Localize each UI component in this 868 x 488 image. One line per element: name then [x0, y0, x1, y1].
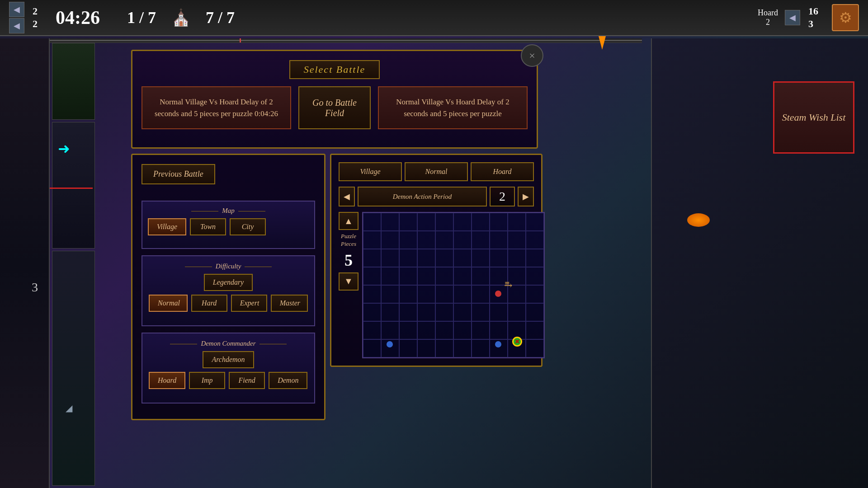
- commander-archdemon-button[interactable]: Archdemon: [203, 351, 254, 368]
- grid-cell: [526, 231, 544, 249]
- grid-cell: [526, 303, 544, 321]
- difficulty-normal-button[interactable]: Normal: [149, 295, 188, 312]
- difficulty-top-buttons: Legendary: [149, 274, 308, 291]
- grid-cell: [472, 285, 490, 303]
- dialog-title: Select Battle: [289, 60, 380, 79]
- cursor-icon: ⥱: [504, 280, 512, 291]
- grid-cell: [508, 213, 526, 231]
- timeline-marker-red: [240, 38, 241, 42]
- goto-battle-button[interactable]: Go to Battle Field: [298, 86, 371, 129]
- difficulty-master-button[interactable]: Master: [271, 295, 308, 312]
- grid-cell: [381, 285, 399, 303]
- grid-cell: [381, 231, 399, 249]
- grid-cell: [363, 285, 381, 303]
- unit-icon-bot-left: ◀: [9, 18, 24, 33]
- grid-cell: [399, 339, 417, 357]
- game-score: 1 / 7: [127, 8, 156, 27]
- unit-group-right: ◀ 16 3: [785, 5, 823, 30]
- commander-hoard-button[interactable]: Hoard: [149, 372, 185, 389]
- grid-cell: [381, 213, 399, 231]
- grid-cell: [417, 213, 435, 231]
- close-button[interactable]: ×: [521, 44, 543, 67]
- battle-config-panel: Village Normal Hoard ◀ Demon Action Peri…: [330, 154, 542, 367]
- grid-cell: [490, 231, 508, 249]
- grid-cell: [399, 303, 417, 321]
- battle-grid-container: ✕ ⥱: [362, 212, 545, 358]
- commander-imp-button[interactable]: Imp: [189, 372, 225, 389]
- grid-cell: [526, 267, 544, 285]
- map-label: Map: [148, 207, 309, 215]
- dialog-top-row: Normal Village Vs Hoard Delay of 2 secon…: [142, 86, 528, 129]
- grid-cell: [363, 267, 381, 285]
- difficulty-section: Difficulty Legendary Normal Hard Expert …: [142, 255, 315, 326]
- previous-battle-button[interactable]: Previous Battle: [142, 164, 215, 184]
- grid-cell: [453, 231, 472, 249]
- grid-dot-target: ✕: [512, 337, 522, 347]
- grid-cell: [526, 321, 544, 339]
- grid-cell: [435, 303, 453, 321]
- map-city-button[interactable]: City: [230, 218, 266, 235]
- grid-cell: [435, 321, 453, 339]
- grid-cell: [453, 321, 472, 339]
- commander-demon-button[interactable]: Demon: [269, 372, 307, 389]
- map-village-button[interactable]: Village: [148, 218, 186, 235]
- grid-cell: [508, 231, 526, 249]
- grid-cell: [435, 339, 453, 357]
- battle-grid: ✕ ⥱: [362, 212, 545, 358]
- puzzle-up-button[interactable]: ▲: [339, 212, 359, 230]
- grid-cell: [472, 249, 490, 267]
- castle-score: 7 / 7: [206, 8, 235, 27]
- demon-action-prev-button[interactable]: ◀: [339, 187, 355, 206]
- map-selection-panel: Previous Battle Map Village Town City Di…: [131, 154, 326, 420]
- grid-cell: [508, 249, 526, 267]
- steam-wishlist-button[interactable]: Steam Wish List: [773, 81, 854, 154]
- config-hoard-tab[interactable]: Hoard: [471, 162, 534, 181]
- grid-cell: [490, 249, 508, 267]
- puzzle-down-button[interactable]: ▼: [339, 272, 359, 291]
- map-town-button[interactable]: Town: [190, 218, 226, 235]
- difficulty-legendary-button[interactable]: Legendary: [204, 274, 253, 291]
- map-section: Map Village Town City: [142, 201, 315, 249]
- grid-cell: [472, 231, 490, 249]
- grid-cell: [399, 285, 417, 303]
- commander-top-buttons: Archdemon: [149, 351, 308, 368]
- puzzle-value: 5: [344, 251, 353, 270]
- config-village-tab[interactable]: Village: [339, 162, 402, 181]
- player-figure: ◢: [66, 403, 72, 413]
- grid-cell: [417, 249, 435, 267]
- config-normal-tab[interactable]: Normal: [405, 162, 468, 181]
- grid-cell: [399, 213, 417, 231]
- difficulty-hard-button[interactable]: Hard: [191, 295, 227, 312]
- grid-cell: [363, 303, 381, 321]
- grid-cell: [526, 249, 544, 267]
- unit-icon-top-left: ◀: [9, 2, 24, 17]
- game-timer: 04:26: [56, 7, 100, 28]
- grid-cell: [417, 231, 435, 249]
- grid-cell: [453, 213, 472, 231]
- demon-action-label: Demon Action Period: [358, 187, 487, 206]
- hud-bar: ◀ ◀ 2 2 04:26 1 / 7 ⛪ 7 / 7 Hoard 2 ◀ 16…: [0, 0, 868, 36]
- grid-cells: [363, 213, 544, 357]
- info-box-right: Normal Village Vs Hoard Delay of 2 secon…: [378, 86, 528, 129]
- grid-cell: [435, 213, 453, 231]
- difficulty-expert-button[interactable]: Expert: [231, 295, 267, 312]
- grid-cell: [363, 213, 381, 231]
- grid-cell: [472, 303, 490, 321]
- grid-cell: [453, 303, 472, 321]
- commander-section: Demon Commander Archdemon Hoard Imp Fien…: [142, 333, 315, 404]
- settings-button[interactable]: ⚙: [832, 4, 859, 31]
- grid-cell: [417, 267, 435, 285]
- commander-fiend-button[interactable]: Fiend: [229, 372, 265, 389]
- grid-cell: [526, 339, 544, 357]
- side-number: 3: [32, 280, 38, 295]
- select-battle-dialog: Select Battle × Normal Village Vs Hoard …: [131, 50, 538, 149]
- demon-action-next-button[interactable]: ▶: [518, 187, 534, 206]
- grid-cell: [472, 321, 490, 339]
- grid-cell: [453, 249, 472, 267]
- grid-cell: [399, 249, 417, 267]
- castle-icon: ⛪: [170, 4, 192, 31]
- grid-cell: [417, 321, 435, 339]
- grid-cell: [363, 321, 381, 339]
- grid-cell: [381, 303, 399, 321]
- orange-blob: [687, 213, 710, 227]
